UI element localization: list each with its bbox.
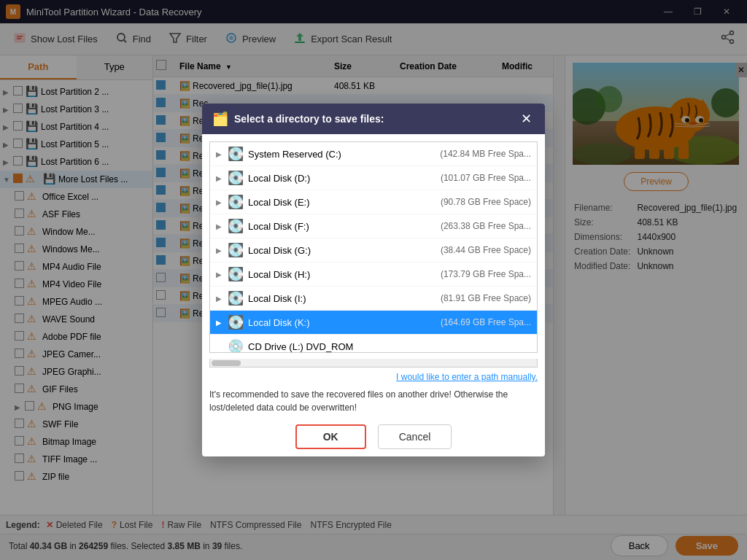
free-space: (90.78 GB Free Space) <box>441 197 531 207</box>
expand-icon: ▶ <box>216 246 228 254</box>
disk-icon: 💽 <box>228 218 244 234</box>
expand-icon: ▶ <box>216 271 228 279</box>
dir-label: Local Disk (H:) <box>248 269 441 280</box>
dir-item-f[interactable]: ▶ 💽 Local Disk (F:) (263.38 GB Free Spa.… <box>210 214 537 238</box>
disk-icon: 💽 <box>228 170 244 186</box>
free-space: (38.44 GB Free Space) <box>441 245 531 255</box>
free-space: (81.91 GB Free Space) <box>441 293 531 303</box>
disk-icon: 💿 <box>228 338 244 353</box>
dir-label: Local Disk (D:) <box>248 173 441 184</box>
dir-item-d[interactable]: ▶ 💽 Local Disk (D:) (101.07 GB Free Spa.… <box>210 166 537 190</box>
modal-dialog: 🗂️ Select a directory to save files: ✕ ▶… <box>202 104 545 456</box>
dir-label: System Reserved (C:) <box>248 149 440 160</box>
dir-label: Local Disk (E:) <box>248 197 441 208</box>
expand-icon: ▶ <box>216 174 228 182</box>
free-space: (101.07 GB Free Spa... <box>441 173 531 183</box>
dir-label: Local Disk (I:) <box>248 293 441 304</box>
modal-icon: 🗂️ <box>212 111 228 127</box>
disk-icon: 💽 <box>228 242 244 258</box>
directory-tree[interactable]: ▶ 💽 System Reserved (C:) (142.84 MB Free… <box>209 141 538 353</box>
dir-label: Local Disk (F:) <box>248 221 441 232</box>
free-space: (263.38 GB Free Spa... <box>441 221 531 231</box>
warning-text: It's recommended to save the recovered f… <box>209 388 538 414</box>
dir-item-i[interactable]: ▶ 💽 Local Disk (I:) (81.91 GB Free Space… <box>210 287 537 311</box>
modal-buttons: OK Cancel <box>209 424 538 449</box>
modal-title: Select a directory to save files: <box>234 113 512 125</box>
dir-label: CD Drive (L:) DVD_ROM <box>248 341 531 352</box>
free-space: (173.79 GB Free Spa... <box>441 269 531 279</box>
dir-item-k[interactable]: ▶ 💽 Local Disk (K:) (164.69 GB Free Spa.… <box>210 311 537 335</box>
free-space: (164.69 GB Free Spa... <box>441 317 531 327</box>
disk-icon: 💽 <box>228 290 244 306</box>
modal-titlebar: 🗂️ Select a directory to save files: ✕ <box>202 104 545 134</box>
disk-icon: 💽 <box>228 314 244 330</box>
modal-overlay[interactable]: 🗂️ Select a directory to save files: ✕ ▶… <box>0 0 747 560</box>
expand-icon: ▶ <box>216 198 228 206</box>
manual-path-link[interactable]: I would like to enter a path manually. <box>209 372 538 382</box>
disk-icon: 💽 <box>228 194 244 210</box>
dir-item-c[interactable]: ▶ 💽 System Reserved (C:) (142.84 MB Free… <box>210 142 537 166</box>
dir-item-h[interactable]: ▶ 💽 Local Disk (H:) (173.79 GB Free Spa.… <box>210 262 537 287</box>
dir-label: Local Disk (K:) <box>248 317 441 328</box>
free-space: (142.84 MB Free Spa... <box>440 149 531 159</box>
modal-close-button[interactable]: ✕ <box>518 111 535 127</box>
modal-ok-button[interactable]: OK <box>295 424 366 449</box>
expand-icon: ▶ <box>216 222 228 230</box>
modal-cancel-button[interactable]: Cancel <box>378 424 452 449</box>
dir-item-e[interactable]: ▶ 💽 Local Disk (E:) (90.78 GB Free Space… <box>210 190 537 214</box>
expand-icon: ▶ <box>216 295 228 303</box>
dir-label: Local Disk (G:) <box>248 245 441 256</box>
expand-icon: ▶ <box>216 319 228 327</box>
dir-item-g[interactable]: ▶ 💽 Local Disk (G:) (38.44 GB Free Space… <box>210 238 537 262</box>
modal-body: ▶ 💽 System Reserved (C:) (142.84 MB Free… <box>202 134 545 456</box>
disk-icon: 💽 <box>228 146 244 162</box>
disk-icon: 💽 <box>228 266 244 282</box>
dir-item-l[interactable]: ▶ 💿 CD Drive (L:) DVD_ROM <box>210 335 537 353</box>
expand-icon: ▶ <box>216 150 228 158</box>
